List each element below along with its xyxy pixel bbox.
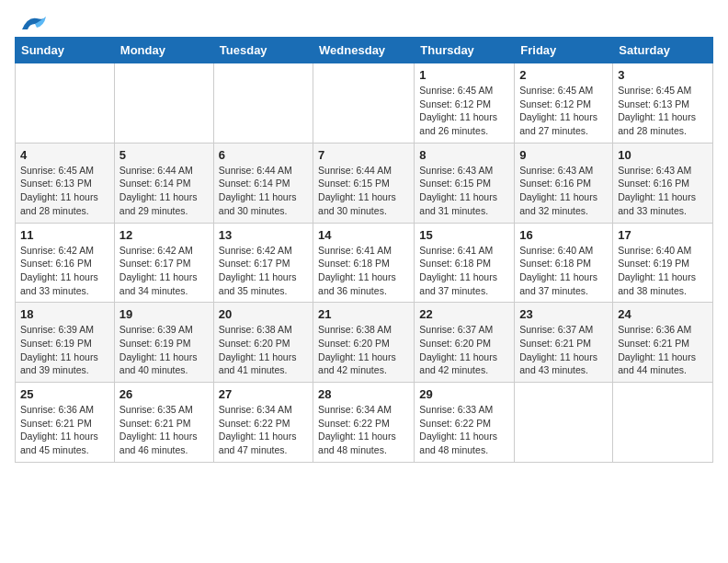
calendar-cell: 3Sunrise: 6:45 AM Sunset: 6:13 PM Daylig… — [613, 63, 713, 144]
calendar-cell: 10Sunrise: 6:43 AM Sunset: 6:16 PM Dayli… — [613, 143, 713, 223]
cell-info-text: Sunrise: 6:45 AM Sunset: 6:13 PM Dayligh… — [20, 164, 109, 218]
calendar-cell: 6Sunrise: 6:44 AM Sunset: 6:14 PM Daylig… — [213, 143, 313, 223]
calendar-cell: 23Sunrise: 6:37 AM Sunset: 6:21 PM Dayli… — [515, 303, 613, 383]
cell-day-number: 29 — [419, 387, 509, 401]
calendar-cell: 2Sunrise: 6:45 AM Sunset: 6:12 PM Daylig… — [515, 63, 613, 144]
calendar-week-row: 18Sunrise: 6:39 AM Sunset: 6:19 PM Dayli… — [16, 303, 713, 383]
cell-day-number: 10 — [618, 148, 708, 162]
cell-info-text: Sunrise: 6:44 AM Sunset: 6:15 PM Dayligh… — [318, 164, 409, 218]
calendar-cell: 22Sunrise: 6:37 AM Sunset: 6:20 PM Dayli… — [415, 303, 515, 383]
calendar-cell: 20Sunrise: 6:38 AM Sunset: 6:20 PM Dayli… — [213, 303, 313, 383]
cell-day-number: 9 — [519, 148, 608, 162]
cell-day-number: 17 — [618, 228, 708, 242]
cell-day-number: 19 — [119, 307, 209, 321]
cell-day-number: 12 — [119, 228, 209, 242]
cell-info-text: Sunrise: 6:37 AM Sunset: 6:21 PM Dayligh… — [519, 323, 608, 377]
logo-bird-icon — [18, 15, 48, 35]
cell-info-text: Sunrise: 6:43 AM Sunset: 6:16 PM Dayligh… — [618, 164, 708, 218]
cell-day-number: 27 — [219, 387, 308, 401]
header-day-monday: Monday — [114, 38, 213, 63]
calendar-cell — [515, 383, 613, 463]
calendar-cell: 16Sunrise: 6:40 AM Sunset: 6:18 PM Dayli… — [515, 223, 613, 303]
calendar-cell: 26Sunrise: 6:35 AM Sunset: 6:21 PM Dayli… — [114, 383, 213, 463]
cell-day-number: 4 — [20, 148, 109, 162]
calendar-week-row: 1Sunrise: 6:45 AM Sunset: 6:12 PM Daylig… — [16, 63, 713, 144]
header-day-friday: Friday — [515, 38, 613, 63]
calendar-cell: 25Sunrise: 6:36 AM Sunset: 6:21 PM Dayli… — [16, 383, 115, 463]
cell-day-number: 5 — [119, 148, 209, 162]
header — [15, 15, 713, 29]
cell-info-text: Sunrise: 6:45 AM Sunset: 6:12 PM Dayligh… — [519, 84, 608, 138]
calendar-week-row: 25Sunrise: 6:36 AM Sunset: 6:21 PM Dayli… — [16, 383, 713, 463]
calendar-cell: 27Sunrise: 6:34 AM Sunset: 6:22 PM Dayli… — [213, 383, 313, 463]
calendar-cell: 24Sunrise: 6:36 AM Sunset: 6:21 PM Dayli… — [613, 303, 713, 383]
calendar-week-row: 4Sunrise: 6:45 AM Sunset: 6:13 PM Daylig… — [16, 143, 713, 223]
cell-info-text: Sunrise: 6:36 AM Sunset: 6:21 PM Dayligh… — [20, 403, 109, 457]
cell-info-text: Sunrise: 6:40 AM Sunset: 6:18 PM Dayligh… — [519, 244, 608, 298]
cell-info-text: Sunrise: 6:38 AM Sunset: 6:20 PM Dayligh… — [318, 323, 409, 377]
cell-info-text: Sunrise: 6:45 AM Sunset: 6:12 PM Dayligh… — [419, 84, 509, 138]
calendar-cell: 1Sunrise: 6:45 AM Sunset: 6:12 PM Daylig… — [415, 63, 515, 144]
cell-info-text: Sunrise: 6:45 AM Sunset: 6:13 PM Dayligh… — [618, 84, 708, 138]
calendar-table: SundayMondayTuesdayWednesdayThursdayFrid… — [15, 37, 713, 463]
cell-day-number: 14 — [318, 228, 409, 242]
cell-day-number: 7 — [318, 148, 409, 162]
calendar-header-row: SundayMondayTuesdayWednesdayThursdayFrid… — [16, 38, 713, 63]
cell-day-number: 28 — [318, 387, 409, 401]
calendar-cell: 8Sunrise: 6:43 AM Sunset: 6:15 PM Daylig… — [415, 143, 515, 223]
calendar-cell: 12Sunrise: 6:42 AM Sunset: 6:17 PM Dayli… — [114, 223, 213, 303]
cell-info-text: Sunrise: 6:44 AM Sunset: 6:14 PM Dayligh… — [119, 164, 209, 218]
cell-day-number: 18 — [20, 307, 109, 321]
cell-day-number: 13 — [219, 228, 308, 242]
cell-day-number: 25 — [20, 387, 109, 401]
cell-info-text: Sunrise: 6:36 AM Sunset: 6:21 PM Dayligh… — [618, 323, 708, 377]
cell-day-number: 23 — [519, 307, 608, 321]
cell-info-text: Sunrise: 6:41 AM Sunset: 6:18 PM Dayligh… — [419, 244, 509, 298]
calendar-cell: 5Sunrise: 6:44 AM Sunset: 6:14 PM Daylig… — [114, 143, 213, 223]
calendar-cell: 4Sunrise: 6:45 AM Sunset: 6:13 PM Daylig… — [16, 143, 115, 223]
calendar-cell: 11Sunrise: 6:42 AM Sunset: 6:16 PM Dayli… — [16, 223, 115, 303]
cell-info-text: Sunrise: 6:40 AM Sunset: 6:19 PM Dayligh… — [618, 244, 708, 298]
cell-info-text: Sunrise: 6:44 AM Sunset: 6:14 PM Dayligh… — [219, 164, 308, 218]
calendar-cell: 9Sunrise: 6:43 AM Sunset: 6:16 PM Daylig… — [515, 143, 613, 223]
cell-info-text: Sunrise: 6:39 AM Sunset: 6:19 PM Dayligh… — [119, 323, 209, 377]
cell-info-text: Sunrise: 6:41 AM Sunset: 6:18 PM Dayligh… — [318, 244, 409, 298]
calendar-cell — [114, 63, 213, 144]
calendar-cell: 13Sunrise: 6:42 AM Sunset: 6:17 PM Dayli… — [213, 223, 313, 303]
logo — [15, 15, 48, 29]
cell-info-text: Sunrise: 6:34 AM Sunset: 6:22 PM Dayligh… — [219, 403, 308, 457]
calendar-cell: 17Sunrise: 6:40 AM Sunset: 6:19 PM Dayli… — [613, 223, 713, 303]
cell-day-number: 26 — [119, 387, 209, 401]
calendar-cell: 29Sunrise: 6:33 AM Sunset: 6:22 PM Dayli… — [415, 383, 515, 463]
cell-day-number: 21 — [318, 307, 409, 321]
header-day-wednesday: Wednesday — [313, 38, 415, 63]
cell-info-text: Sunrise: 6:38 AM Sunset: 6:20 PM Dayligh… — [219, 323, 308, 377]
calendar-week-row: 11Sunrise: 6:42 AM Sunset: 6:16 PM Dayli… — [16, 223, 713, 303]
cell-info-text: Sunrise: 6:42 AM Sunset: 6:17 PM Dayligh… — [119, 244, 209, 298]
cell-info-text: Sunrise: 6:42 AM Sunset: 6:17 PM Dayligh… — [219, 244, 308, 298]
cell-day-number: 16 — [519, 228, 608, 242]
calendar-cell — [313, 63, 415, 144]
header-day-saturday: Saturday — [613, 38, 713, 63]
calendar-cell — [16, 63, 115, 144]
cell-day-number: 3 — [618, 68, 708, 82]
cell-day-number: 6 — [219, 148, 308, 162]
cell-day-number: 20 — [219, 307, 308, 321]
calendar-cell: 15Sunrise: 6:41 AM Sunset: 6:18 PM Dayli… — [415, 223, 515, 303]
calendar-cell: 18Sunrise: 6:39 AM Sunset: 6:19 PM Dayli… — [16, 303, 115, 383]
cell-day-number: 1 — [419, 68, 509, 82]
calendar-cell — [613, 383, 713, 463]
calendar-cell — [213, 63, 313, 144]
cell-info-text: Sunrise: 6:43 AM Sunset: 6:15 PM Dayligh… — [419, 164, 509, 218]
cell-day-number: 24 — [618, 307, 708, 321]
calendar-cell: 7Sunrise: 6:44 AM Sunset: 6:15 PM Daylig… — [313, 143, 415, 223]
cell-info-text: Sunrise: 6:35 AM Sunset: 6:21 PM Dayligh… — [119, 403, 209, 457]
header-day-thursday: Thursday — [415, 38, 515, 63]
calendar-cell: 28Sunrise: 6:34 AM Sunset: 6:22 PM Dayli… — [313, 383, 415, 463]
cell-day-number: 8 — [419, 148, 509, 162]
calendar-cell: 14Sunrise: 6:41 AM Sunset: 6:18 PM Dayli… — [313, 223, 415, 303]
header-day-tuesday: Tuesday — [213, 38, 313, 63]
cell-info-text: Sunrise: 6:34 AM Sunset: 6:22 PM Dayligh… — [318, 403, 409, 457]
header-day-sunday: Sunday — [16, 38, 115, 63]
cell-info-text: Sunrise: 6:39 AM Sunset: 6:19 PM Dayligh… — [20, 323, 109, 377]
